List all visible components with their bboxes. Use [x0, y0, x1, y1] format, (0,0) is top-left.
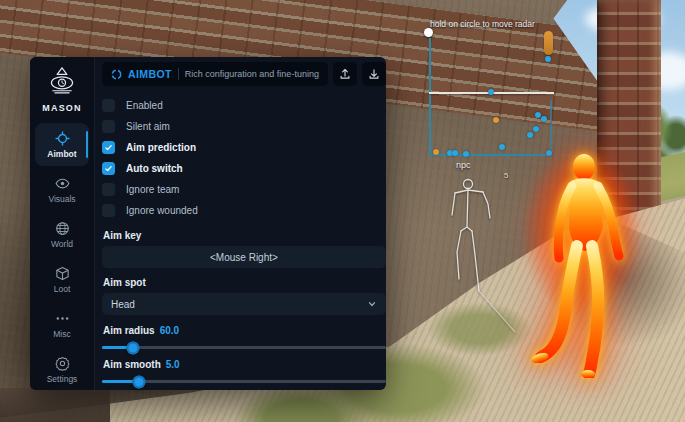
eye-icon — [55, 176, 70, 191]
cheat-window: MASON AimbotVisualsWorldLootMiscSettings… — [30, 57, 386, 390]
brand-name: MASON — [42, 103, 82, 113]
aim-key-button[interactable]: <Mouse Right> — [102, 246, 386, 268]
radar-blue-dot — [488, 89, 494, 95]
checkbox-silent-aim[interactable]: Silent aim — [102, 116, 386, 137]
sidebar-item-world[interactable]: World — [35, 213, 89, 256]
radar-drag-handle[interactable] — [424, 28, 433, 37]
sidebar: MASON AimbotVisualsWorldLootMiscSettings — [30, 57, 95, 390]
radar-orange-dot — [433, 149, 439, 155]
unchecked-checkbox-icon[interactable] — [102, 99, 115, 112]
slider-handle[interactable] — [127, 341, 140, 354]
aim-spot-label: Aim spot — [103, 277, 386, 288]
mason-logo-icon — [43, 66, 81, 100]
dots-icon — [55, 311, 70, 326]
radar-blue-dot — [545, 56, 551, 62]
npc-name-label: npc — [456, 160, 471, 170]
esp-corner — [431, 170, 447, 196]
esp-corner — [431, 266, 447, 292]
radar-blue-dot — [452, 150, 458, 156]
sidebar-item-misc[interactable]: Misc — [35, 303, 89, 346]
radar-blue-dot — [535, 112, 541, 118]
checkbox-aim-prediction[interactable]: Aim prediction — [102, 137, 386, 158]
aim-spot-value: Head — [111, 299, 367, 310]
checkbox-enabled[interactable]: Enabled — [102, 95, 386, 116]
slider-label-row: Aim radius60.0 — [103, 325, 386, 336]
slider-aim-radius: Aim radius60.0 — [102, 325, 386, 349]
sidebar-item-visuals[interactable]: Visuals — [35, 168, 89, 211]
slider-list: Aim radius60.0Aim smooth5.0 — [102, 315, 386, 383]
header-divider — [178, 68, 179, 80]
aimbot-panel: AIMBOT Rich configuration and fine-tunin… — [95, 57, 394, 390]
checkbox-ignore-wounded[interactable]: Ignore wounded — [102, 200, 386, 221]
panel-title: AIMBOT — [128, 68, 172, 80]
aim-spot-select[interactable]: Head — [102, 293, 386, 315]
import-config-button[interactable] — [333, 62, 357, 86]
sidebar-item-aimbot[interactable]: Aimbot — [35, 123, 89, 166]
slider-label-row: Aim smooth5.0 — [103, 359, 386, 370]
export-config-button[interactable] — [362, 62, 386, 86]
download-icon — [368, 68, 380, 80]
unchecked-checkbox-icon[interactable] — [102, 120, 115, 133]
slider-track[interactable] — [102, 346, 386, 349]
box-icon — [55, 266, 70, 281]
checkbox-list: EnabledSilent aimAim predictionAuto swit… — [102, 95, 386, 221]
checkbox-ignore-team[interactable]: Ignore team — [102, 179, 386, 200]
screenshot-stage: hold on circle to move radar npc 5 — [0, 0, 685, 422]
checked-checkbox-icon[interactable] — [102, 141, 115, 154]
aim-key-label: Aim key — [103, 230, 386, 241]
radar-hint-label: hold on circle to move radar — [430, 19, 535, 29]
globe-icon — [55, 221, 70, 236]
sidebar-item-loot[interactable]: Loot — [35, 258, 89, 301]
aimbot-section-icon — [111, 69, 122, 80]
gear-icon — [55, 356, 70, 371]
slider-track[interactable] — [102, 380, 386, 383]
radar-border-left — [429, 38, 431, 155]
offscreen-player-marker — [544, 31, 553, 55]
slider-handle[interactable] — [132, 375, 145, 388]
panel-header: AIMBOT Rich configuration and fine-tunin… — [102, 62, 386, 86]
npc-esp-box — [431, 170, 505, 292]
wall-base-dark — [0, 388, 110, 422]
sidebar-nav: AimbotVisualsWorldLootMiscSettings — [30, 123, 94, 391]
slider-aim-smooth: Aim smooth5.0 — [102, 359, 386, 383]
sidebar-item-settings[interactable]: Settings — [35, 348, 89, 391]
checked-checkbox-icon[interactable] — [102, 162, 115, 175]
header-bar: AIMBOT Rich configuration and fine-tunin… — [102, 62, 328, 86]
crosshair-icon — [55, 131, 70, 146]
unchecked-checkbox-icon[interactable] — [102, 204, 115, 217]
player-chams-model — [528, 146, 640, 378]
radar-blue-dot — [463, 151, 469, 157]
upload-icon — [339, 68, 351, 80]
checkbox-auto-switch[interactable]: Auto switch — [102, 158, 386, 179]
panel-subtitle: Rich configuration and fine-tuning — [185, 69, 319, 79]
chevron-down-icon — [367, 299, 377, 309]
unchecked-checkbox-icon[interactable] — [102, 183, 115, 196]
radar-orange-dot — [493, 117, 499, 123]
